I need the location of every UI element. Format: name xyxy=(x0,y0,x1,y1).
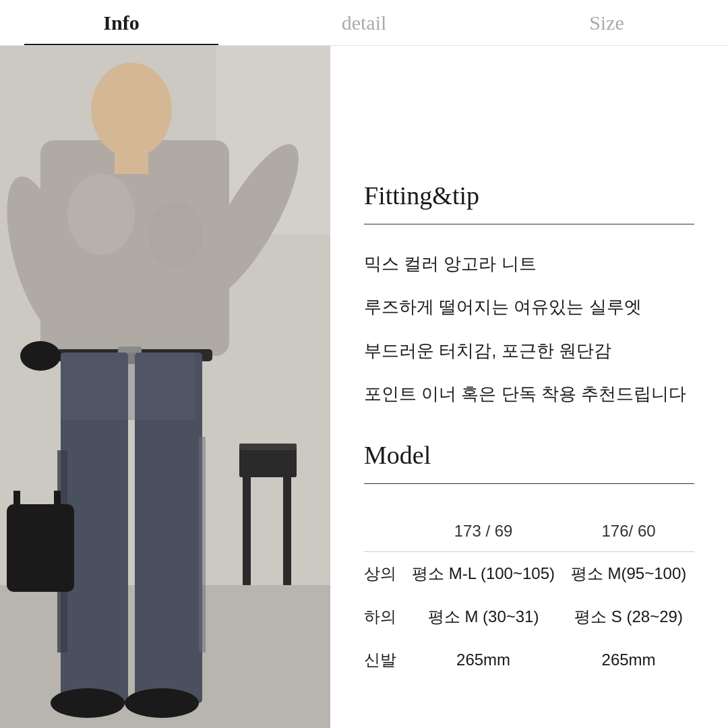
row-bottom-col1: 평소 M (30~31) xyxy=(404,595,563,638)
svg-point-18 xyxy=(51,688,125,718)
table-row: 상의 평소 M-L (100~105) 평소 M(95~100) xyxy=(364,551,694,595)
model-divider xyxy=(364,483,694,484)
row-top-col2: 평소 M(95~100) xyxy=(563,551,694,595)
row-shoes-col1: 265mm xyxy=(404,638,563,681)
tab-size[interactable]: Size xyxy=(485,0,728,45)
tab-bar: Info detail Size xyxy=(0,0,728,46)
model-table: 173 / 69 176/ 60 상의 평소 M-L (100~105) 평소 … xyxy=(364,511,694,681)
svg-point-6 xyxy=(148,201,202,268)
col-label-header xyxy=(364,511,404,552)
svg-rect-17 xyxy=(199,437,206,653)
svg-rect-15 xyxy=(61,353,195,420)
fitting-section: Fitting&tip 믹스 컬러 앙고라 니트 루즈하게 떨어지는 여유있는 … xyxy=(364,181,694,406)
svg-point-23 xyxy=(20,341,61,371)
fitting-title: Fitting&tip xyxy=(364,181,694,210)
main-content: Fitting&tip 믹스 컬러 앙고라 니트 루즈하게 떨어지는 여유있는 … xyxy=(0,46,728,728)
fitting-divider xyxy=(364,224,694,224)
tip-2: 루즈하게 떨어지는 여유있는 실루엣 xyxy=(364,295,694,319)
svg-point-7 xyxy=(91,63,172,157)
row-shoes-label: 신발 xyxy=(364,638,404,681)
svg-rect-27 xyxy=(239,444,297,450)
table-row: 신발 265mm 265mm xyxy=(364,638,694,681)
svg-point-19 xyxy=(125,688,199,718)
col-model1-header: 173 / 69 xyxy=(404,511,563,552)
product-image xyxy=(0,46,330,728)
tip-4: 포인트 이너 혹은 단독 착용 추천드립니다 xyxy=(364,382,694,406)
svg-rect-8 xyxy=(115,147,148,174)
svg-point-5 xyxy=(67,174,135,255)
model-section: Model 173 / 69 176/ 60 상의 평소 M-L (100~10… xyxy=(364,440,694,681)
col-model2-header: 176/ 60 xyxy=(563,511,694,552)
row-top-col1: 평소 M-L (100~105) xyxy=(404,551,563,595)
row-top-label: 상의 xyxy=(364,551,404,595)
row-bottom-col2: 평소 S (28~29) xyxy=(563,595,694,638)
info-panel: Fitting&tip 믹스 컬러 앙고라 니트 루즈하게 떨어지는 여유있는 … xyxy=(330,46,728,728)
tip-3: 부드러운 터치감, 포근한 원단감 xyxy=(364,338,694,363)
svg-rect-22 xyxy=(54,491,61,511)
svg-rect-21 xyxy=(13,491,20,511)
row-shoes-col2: 265mm xyxy=(563,638,694,681)
tab-info[interactable]: Info xyxy=(0,0,243,45)
svg-rect-20 xyxy=(7,504,74,592)
table-header-row: 173 / 69 176/ 60 xyxy=(364,511,694,552)
row-bottom-label: 하의 xyxy=(364,595,404,638)
table-row: 하의 평소 M (30~31) 평소 S (28~29) xyxy=(364,595,694,638)
tab-detail[interactable]: detail xyxy=(243,0,485,45)
tip-1: 믹스 컬러 앙고라 니트 xyxy=(364,251,694,276)
model-title: Model xyxy=(364,440,694,470)
